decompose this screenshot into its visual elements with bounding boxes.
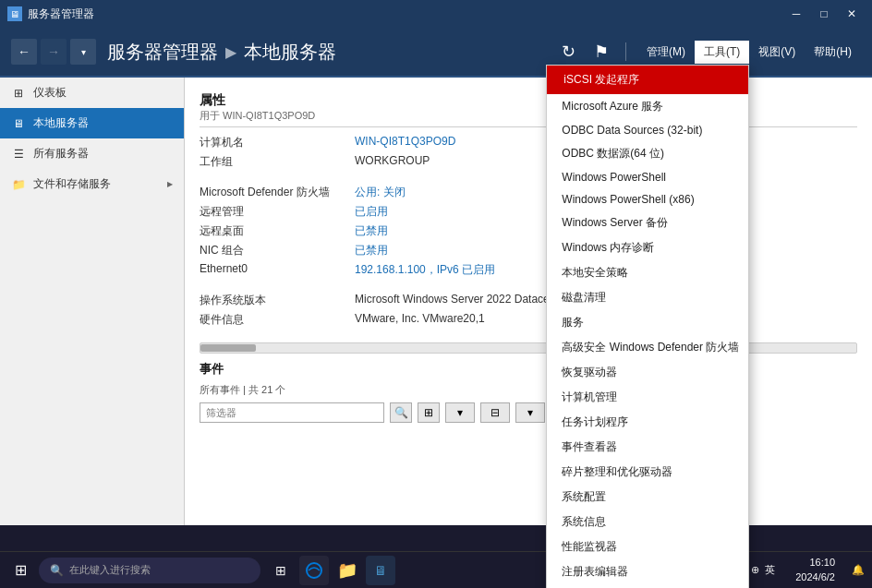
toolbar: ← → ▾ 服务器管理器 ▶ 本地服务器 ↻ ⚑ 管理(M) 工具(T) iSC… [0, 28, 872, 78]
title-bar: 🖥 服务器管理器 ─ □ ✕ [0, 0, 872, 28]
sidebar-item-dashboard[interactable]: ⊞ 仪表板 [0, 78, 184, 108]
sidebar-item-local-server[interactable]: 🖥 本地服务器 [0, 108, 184, 138]
events-grid-button2[interactable]: ▾ [445, 402, 475, 423]
events-section: 事件 所有事件 | 共 21 个 🔍 ⊞ ▾ ⊟ ▾ [200, 361, 857, 423]
tools-menu-item-perfmon[interactable]: 性能监视器 [547, 534, 748, 559]
view-menu-trigger[interactable]: 视图(V) [749, 41, 805, 64]
taskbar-pinned-icons: ⊞ 📁 🖥 [266, 556, 395, 585]
events-filter-row: 🔍 ⊞ ▾ ⊟ ▾ [200, 402, 857, 423]
manage-menu-trigger[interactable]: 管理(M) [637, 41, 695, 64]
tools-menu-item-diskclean[interactable]: 磁盘清理 [547, 285, 748, 310]
close-button[interactable]: ✕ [839, 5, 865, 23]
file-storage-icon: 📁 [11, 177, 26, 192]
sidebar-item-all-label: 所有服务器 [33, 146, 89, 162]
network-icon[interactable]: ⊕ [751, 564, 759, 576]
sidebar-item-file-storage[interactable]: 📁 文件和存储服务 [0, 169, 184, 199]
properties-subtitle: 用于 WIN-QI8T1Q3PO9D [200, 109, 315, 123]
edge-browser-icon[interactable] [299, 556, 329, 585]
events-grid-button1[interactable]: ⊞ [418, 402, 440, 423]
tools-menu-item-defrag[interactable]: 碎片整理和优化驱动器 [547, 460, 748, 485]
toolbar-right: ↻ ⚑ 管理(M) 工具(T) iSCSI 发起程序 Microsoft Azu… [555, 39, 861, 65]
help-menu-trigger[interactable]: 帮助(H) [805, 41, 861, 64]
start-button[interactable]: ⊞ [4, 554, 37, 587]
flag-button[interactable]: ⚑ [588, 39, 614, 65]
events-search-button[interactable]: 🔍 [390, 402, 412, 423]
file-explorer-icon[interactable]: 📁 [333, 556, 362, 585]
nav-dropdown-button[interactable]: ▾ [70, 39, 96, 65]
horizontal-scrollbar[interactable] [200, 342, 857, 354]
tools-menu-item-wsbk[interactable]: Windows Server 备份 [547, 210, 748, 235]
language-indicator[interactable]: 英 [765, 563, 775, 577]
taskbar-right: ∧ ⊕ 英 16:10 2024/6/2 🔔 [731, 556, 868, 584]
tools-dropdown-menu: iSCSI 发起程序 Microsoft Azure 服务 ODBC Data … [546, 65, 749, 589]
search-icon: 🔍 [50, 564, 64, 577]
events-title: 事件 [200, 361, 224, 378]
breadcrumb-separator: ▶ [225, 43, 236, 61]
tools-menu-item-powershell86[interactable]: Windows PowerShell (x86) [547, 188, 748, 210]
workgroup-label: 工作组 [200, 154, 347, 170]
nav-buttons: ← → ▾ [11, 39, 96, 65]
view-menu-label[interactable]: 视图(V) [749, 41, 805, 64]
title-bar-text: 服务器管理器 [28, 6, 94, 22]
forward-button[interactable]: → [41, 39, 67, 65]
refresh-button[interactable]: ↻ [555, 39, 581, 65]
scrollbar-thumb [200, 344, 256, 352]
hardware-label: 硬件信息 [200, 312, 347, 328]
tools-menu-item-resmon[interactable]: 资源监视器 [547, 584, 748, 589]
content-area: 属性 用于 WIN-QI8T1Q3PO9D 计算机名 WIN-QI8T1Q3PO… [185, 78, 872, 525]
remote-desktop-label: 远程桌面 [200, 223, 347, 239]
minimize-button[interactable]: ─ [783, 5, 809, 23]
tools-menu-item-powershell[interactable]: Windows PowerShell [547, 166, 748, 188]
breadcrumb: 服务器管理器 ▶ 本地服务器 [107, 40, 555, 65]
tools-menu-item-taskschd[interactable]: 任务计划程序 [547, 410, 748, 435]
tools-menu-item-services[interactable]: 服务 [547, 310, 748, 335]
sidebar-item-file-label: 文件和存储服务 [33, 176, 111, 192]
taskbar-clock[interactable]: 16:10 2024/6/2 [788, 556, 842, 584]
events-grid-button4[interactable]: ▾ [515, 402, 545, 423]
tools-menu-item-eventvwr[interactable]: 事件查看器 [547, 435, 748, 460]
tools-menu-item-advfirewall[interactable]: 高级安全 Windows Defender 防火墙 [547, 335, 748, 360]
properties-grid: 计算机名 WIN-QI8T1Q3PO9D 工作组 WORKGROUP Micro… [200, 135, 857, 328]
app-icon: 🖥 [7, 6, 22, 21]
notification-button[interactable]: 🔔 [848, 564, 868, 576]
tools-menu-item-sysinfo[interactable]: 系统信息 [547, 510, 748, 534]
maximize-button[interactable]: □ [811, 5, 837, 23]
local-server-icon: 🖥 [11, 116, 26, 131]
tools-menu-item-memdiag[interactable]: Windows 内存诊断 [547, 235, 748, 260]
tools-menu-item-regedit[interactable]: 注册表编辑器 [547, 559, 748, 584]
nic-label: NIC 组合 [200, 243, 347, 258]
tools-menu-item-azure[interactable]: Microsoft Azure 服务 [547, 94, 748, 119]
spacer3 [200, 282, 347, 289]
tools-menu-item-iscsi[interactable]: iSCSI 发起程序 [547, 66, 748, 94]
events-grid-button3[interactable]: ⊟ [480, 402, 510, 423]
ethernet-label: Ethernet0 [200, 262, 347, 278]
tools-menu-item-localsec[interactable]: 本地安全策略 [547, 260, 748, 285]
taskview-button[interactable]: ⊞ [266, 556, 296, 585]
back-button[interactable]: ← [11, 39, 37, 65]
clock-date: 2024/6/2 [795, 570, 835, 584]
breadcrumb-current: 本地服务器 [244, 40, 336, 65]
remote-mgmt-label: 远程管理 [200, 204, 347, 220]
properties-header: 属性 用于 WIN-QI8T1Q3PO9D [200, 92, 857, 127]
spacer1 [200, 174, 347, 181]
tools-menu-label[interactable]: 工具(T) [695, 41, 749, 64]
events-filter-label: 所有事件 | 共 21 个 [200, 383, 857, 397]
tools-menu-item-msconfig[interactable]: 系统配置 [547, 485, 748, 510]
taskbar-search-label: 在此键入进行搜索 [69, 563, 151, 577]
sidebar-item-local-label: 本地服务器 [33, 115, 89, 131]
tools-menu-item-compmgmt[interactable]: 计算机管理 [547, 385, 748, 410]
title-controls: ─ □ ✕ [783, 5, 865, 23]
breadcrumb-root[interactable]: 服务器管理器 [107, 40, 218, 65]
menu-area: 管理(M) 工具(T) iSCSI 发起程序 Microsoft Azure 服… [637, 41, 861, 64]
tools-menu-item-odbc64[interactable]: ODBC 数据源(64 位) [547, 141, 748, 166]
tools-menu-item-recovery[interactable]: 恢复驱动器 [547, 360, 748, 385]
server-manager-icon[interactable]: 🖥 [366, 556, 395, 585]
help-menu-label[interactable]: 帮助(H) [805, 41, 861, 64]
events-filter-input[interactable] [200, 402, 384, 423]
sidebar-item-all-servers[interactable]: ☰ 所有服务器 [0, 138, 184, 169]
defender-label: Microsoft Defender 防火墙 [200, 185, 347, 200]
tools-menu-item-odbc32[interactable]: ODBC Data Sources (32-bit) [547, 119, 748, 141]
taskbar-search[interactable]: 🔍 在此键入进行搜索 [39, 558, 260, 583]
tools-menu-trigger[interactable]: 工具(T) iSCSI 发起程序 Microsoft Azure 服务 ODBC… [695, 41, 749, 64]
manage-menu-label[interactable]: 管理(M) [637, 41, 695, 64]
